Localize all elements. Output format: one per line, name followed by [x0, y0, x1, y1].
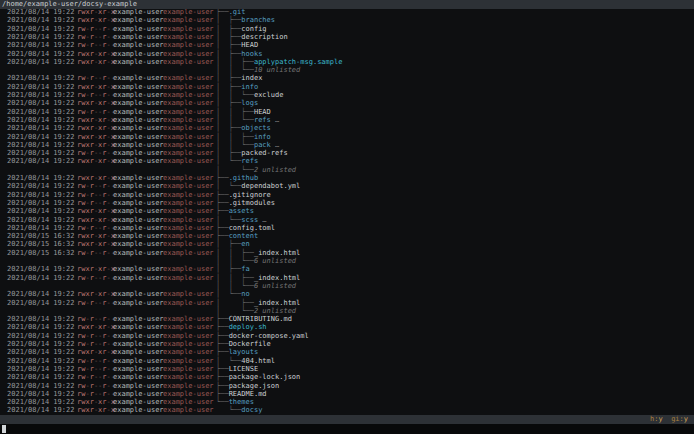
tree-row[interactable]: 2021/08/14 19:22rw-r--r--example-userexa…: [0, 182, 694, 190]
owner: example-user: [113, 232, 164, 240]
tree-row[interactable]: 2021/08/14 19:22rw-r--r--example-userexa…: [0, 199, 694, 207]
permissions: rwxr-xr-x: [77, 290, 115, 298]
tree-row[interactable]: │ └──2 unlisted: [0, 307, 694, 315]
owner: example-user: [113, 398, 164, 406]
tree-row[interactable]: 2021/08/14 19:22rwxr-xr-xexample-userexa…: [0, 174, 694, 182]
tree-row[interactable]: │ │ └──6 unlisted: [0, 257, 694, 265]
group: example-user: [163, 265, 214, 273]
owner: example-user: [113, 340, 164, 348]
group: example-user: [163, 299, 214, 307]
directory-name: fa: [241, 265, 249, 273]
group: example-user: [163, 373, 214, 381]
tree-row[interactable]: 2021/08/14 19:22rw-r--r--example-userexa…: [0, 373, 694, 381]
modified-date: 2021/08/14 19:22: [7, 191, 74, 199]
tree-row[interactable]: 2021/08/14 19:22rwxr-xr-xexample-userexa…: [0, 398, 694, 406]
text-cursor: [2, 425, 6, 433]
tree-row[interactable]: 2021/08/14 19:22rwxr-xr-xexample-userexa…: [0, 99, 694, 107]
tree-branch: │ │ ├──_index.html: [216, 249, 300, 257]
tree-branch: │ ├──en: [216, 240, 250, 248]
owner: example-user: [113, 406, 164, 414]
tree-row[interactable]: 2021/08/14 19:22rwxr-xr-xexample-userexa…: [0, 83, 694, 91]
tree-row[interactable]: 2021/08/14 19:22rwxr-xr-xexample-userexa…: [0, 58, 694, 66]
group: example-user: [163, 357, 214, 365]
tree-row[interactable]: 2021/08/14 19:22rwxr-xr-xexample-userexa…: [0, 290, 694, 298]
tree-row[interactable]: │ └──2 unlisted: [0, 166, 694, 174]
tree-branch: │ ├──fa: [216, 265, 250, 273]
tree-row[interactable]: 2021/08/14 19:22rwxr-xr-xexample-userexa…: [0, 323, 694, 331]
executable-name: deploy.sh: [229, 323, 267, 331]
modified-date: 2021/08/14 19:22: [7, 74, 74, 82]
directory-name: scss: [241, 216, 258, 224]
group: example-user: [163, 74, 214, 82]
tree-branch: │ ├──description: [216, 33, 288, 41]
tree-row[interactable]: 2021/08/14 19:22rw-r--r--example-userexa…: [0, 108, 694, 116]
tree-row[interactable]: 2021/08/14 19:22rw-r--r--example-userexa…: [0, 332, 694, 340]
tree-row[interactable]: 2021/08/14 19:22rwxr-xr-xexample-userexa…: [0, 124, 694, 132]
tree-row[interactable]: 2021/08/14 19:22rwxr-xr-xexample-userexa…: [0, 133, 694, 141]
tree-row[interactable]: 2021/08/14 19:22rwxr-xr-xexample-userexa…: [0, 116, 694, 124]
permissions: rwxr-xr-x: [77, 133, 115, 141]
tree-row[interactable]: 2021/08/14 19:22rw-r--r--example-userexa…: [0, 274, 694, 282]
modified-date: 2021/08/14 19:22: [7, 207, 74, 215]
permissions: rw-r--r--: [77, 41, 115, 49]
tree-row[interactable]: 2021/08/14 19:22rw-r--r--example-userexa…: [0, 340, 694, 348]
permissions: rwxr-xr-x: [77, 124, 115, 132]
group: example-user: [163, 224, 214, 232]
owner: example-user: [113, 50, 164, 58]
owner: example-user: [113, 25, 164, 33]
tree-row[interactable]: 2021/08/14 19:22rw-r--r--example-userexa…: [0, 41, 694, 49]
tree-row[interactable]: 2021/08/15 16:32rw-r--r--example-userexa…: [0, 249, 694, 257]
tree-row[interactable]: 2021/08/14 19:22rw-r--r--example-userexa…: [0, 390, 694, 398]
tree-branch: │ └──no: [216, 290, 250, 298]
tree-row[interactable]: 2021/08/14 19:22rw-r--r--example-userexa…: [0, 315, 694, 323]
tree-row[interactable]: 2021/08/14 19:22rwxr-xr-xexample-userexa…: [0, 16, 694, 24]
tree-row[interactable]: 2021/08/14 19:22rwxr-xr-xexample-userexa…: [0, 50, 694, 58]
tree-row[interactable]: │ │ └──10 unlisted: [0, 66, 694, 74]
tree-row[interactable]: 2021/08/14 19:22rw-r--r--example-userexa…: [0, 382, 694, 390]
modified-date: 2021/08/14 19:22: [7, 41, 74, 49]
tree-row[interactable]: 2021/08/14 19:22rwxr-xr-xexample-userexa…: [0, 216, 694, 224]
tree-row[interactable]: 2021/08/14 19:22rw-r--r--example-userexa…: [0, 299, 694, 307]
tree-row[interactable]: 2021/08/14 19:22rw-r--r--example-userexa…: [0, 33, 694, 41]
unlisted-count: 2 unlisted: [254, 307, 296, 315]
tree-branch: │ └──2 unlisted: [216, 166, 296, 174]
permissions: rw-r--r--: [77, 91, 115, 99]
search-input[interactable]: [0, 424, 694, 434]
tree-row[interactable]: 2021/08/14 19:22rw-r--r--example-userexa…: [0, 357, 694, 365]
directory-name: info: [241, 83, 258, 91]
owner: example-user: [113, 216, 164, 224]
tree-row[interactable]: 2021/08/15 16:32rwxr-xr-xexample-userexa…: [0, 232, 694, 240]
modified-date: 2021/08/14 19:22: [7, 108, 74, 116]
file-name: packed-refs: [241, 149, 287, 157]
modified-date: 2021/08/14 19:22: [7, 274, 74, 282]
unlisted-count: 10 unlisted: [254, 66, 300, 74]
tree-row[interactable]: 2021/08/14 19:22rwxr-xr-xexample-userexa…: [0, 157, 694, 165]
tree-row[interactable]: 2021/08/14 19:22rw-r--r--example-userexa…: [0, 25, 694, 33]
group: example-user: [163, 323, 214, 331]
owner: example-user: [113, 348, 164, 356]
group: example-user: [163, 382, 214, 390]
tree-row[interactable]: 2021/08/14 19:22rwxr-xr-xexample-userexa…: [0, 348, 694, 356]
tree-row[interactable]: 2021/08/14 19:22rw-r--r--example-userexa…: [0, 91, 694, 99]
owner: example-user: [113, 249, 164, 257]
tree-row[interactable]: │ │ └──6 unlisted: [0, 282, 694, 290]
modified-date: 2021/08/14 19:22: [7, 124, 74, 132]
modified-date: 2021/08/14 19:22: [7, 348, 74, 356]
tree-row[interactable]: 2021/08/14 19:22rw-r--r--example-userexa…: [0, 149, 694, 157]
tree-row[interactable]: 2021/08/14 19:22rwxr-xr-xexample-userexa…: [0, 406, 694, 414]
tree-branch: │ ├──branches: [216, 16, 275, 24]
tree-row[interactable]: 2021/08/14 19:22rwxr-xr-xexample-userexa…: [0, 141, 694, 149]
modified-date: 2021/08/14 19:22: [7, 199, 74, 207]
tree-row[interactable]: 2021/08/14 19:22rwxr-xr-xexample-userexa…: [0, 265, 694, 273]
tree-row[interactable]: 2021/08/14 19:22rwxr-xr-xexample-userexa…: [0, 207, 694, 215]
tree-branch: │ └──dependabot.yml: [216, 182, 300, 190]
owner: example-user: [113, 116, 164, 124]
tree-row[interactable]: 2021/08/14 19:22rw-r--r--example-userexa…: [0, 74, 694, 82]
tree-row[interactable]: 2021/08/14 19:22rwxr-xr-xexample-userexa…: [0, 8, 694, 16]
tree-row[interactable]: 2021/08/14 19:22rw-r--r--example-userexa…: [0, 365, 694, 373]
path-bar[interactable]: /home/example-user/docsy-example: [0, 0, 694, 9]
tree-row[interactable]: 2021/08/14 19:22rw-r--r--example-userexa…: [0, 224, 694, 232]
tree-row[interactable]: 2021/08/14 19:22rw-r--r--example-userexa…: [0, 191, 694, 199]
tree-row[interactable]: 2021/08/15 16:32rwxr-xr-xexample-userexa…: [0, 240, 694, 248]
modified-date: 2021/08/14 19:22: [7, 315, 74, 323]
